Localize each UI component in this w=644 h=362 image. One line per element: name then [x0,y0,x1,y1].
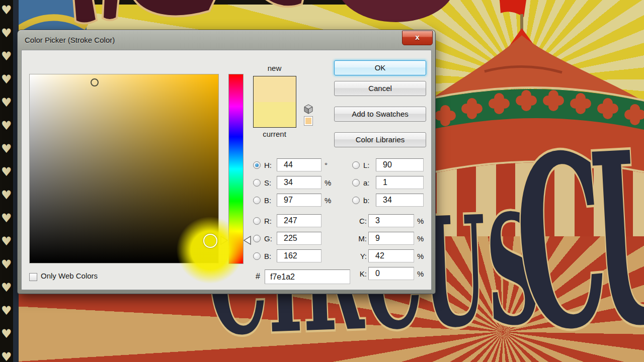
lab-b-row: b: [352,194,424,207]
new-color-label: new [253,64,296,72]
green-input[interactable] [277,232,321,245]
green-radio[interactable] [253,235,261,242]
ok-button[interactable]: OK [334,60,426,75]
only-web-colors-label: Only Web Colors [41,272,98,280]
red-row: R: [253,214,321,227]
dialog-content: new current OK Cancel Add to Swatches Co… [21,50,432,290]
black-unit: % [417,269,424,278]
gamut-warning-cube-icon[interactable] [303,104,313,114]
screen: CIRCUS C U ♥♥♥♥♥♥♥♥♥♥♥♥♥♥♥♥ Color Picker… [0,0,644,362]
svg-text:♥: ♥ [1,165,12,179]
lab-a-radio[interactable] [352,179,360,187]
color-libraries-button[interactable]: Color Libraries [334,132,426,147]
blue-label: B: [264,252,275,260]
saturation-input[interactable] [277,176,321,189]
svg-text:♥: ♥ [1,3,12,17]
hue-unit: ° [325,161,328,169]
cyan-unit: % [417,217,424,225]
dialog-title: Color Picker (Stroke Color) [25,36,115,44]
lab-a-label: a: [363,178,374,187]
close-button[interactable]: x [402,31,433,45]
yellow-row: Y: % [356,249,424,262]
color-compare-swatch [253,76,296,128]
black-input[interactable] [368,267,414,280]
black-row: K: % [356,267,424,280]
magenta-label: M: [356,234,367,243]
saturation-unit: % [325,178,331,187]
color-field-marker[interactable] [91,78,99,86]
cancel-button[interactable]: Cancel [334,81,426,96]
lab-b-input[interactable] [376,194,424,207]
green-label: G: [264,234,275,243]
yellow-unit: % [417,252,424,260]
magenta-unit: % [417,234,424,243]
hue-radio[interactable] [253,161,261,169]
add-to-swatches-button[interactable]: Add to Swatches [334,107,426,122]
black-label: K: [356,269,367,278]
svg-text:♥: ♥ [1,26,12,40]
brightness-label: B: [264,196,275,205]
saturation-label: S: [264,178,275,187]
cyan-row: C: % [356,214,424,227]
hue-row: H: ° [253,158,328,171]
magenta-row: M: % [356,232,424,245]
svg-text:♥: ♥ [1,142,12,156]
brightness-unit: % [325,196,331,205]
lab-a-input[interactable] [376,176,424,189]
svg-text:♥: ♥ [1,72,12,86]
brightness-input[interactable] [277,194,321,207]
svg-text:♥: ♥ [1,49,12,63]
blue-input[interactable] [277,249,321,262]
hue-arrow-right[interactable] [244,236,251,244]
only-web-colors-checkbox[interactable] [29,273,37,281]
lab-a-row: a: [352,176,424,189]
lab-l-label: L: [363,161,374,169]
saturation-brightness-field[interactable] [29,74,219,263]
current-color-swatch[interactable] [254,102,296,128]
lab-l-input[interactable] [376,158,424,171]
dialog-titlebar[interactable]: Color Picker (Stroke Color) x [18,30,435,50]
hue-input[interactable] [277,158,321,171]
yellow-label: Y: [356,252,367,260]
hex-hash-symbol: # [256,272,260,281]
svg-text:♥: ♥ [1,211,12,225]
brightness-radio[interactable] [253,197,261,204]
svg-text:♥: ♥ [1,119,12,133]
blue-row: B: [253,249,321,262]
svg-text:♥: ♥ [1,257,12,272]
svg-text:♥: ♥ [1,350,12,362]
yellow-input[interactable] [368,249,414,262]
hue-slider-arrows[interactable] [219,236,252,246]
lab-b-radio[interactable] [352,197,360,204]
svg-text:♥: ♥ [1,234,12,248]
svg-text:♥: ♥ [1,281,12,295]
hue-arrow-left[interactable] [221,236,227,244]
lab-l-radio[interactable] [352,161,360,169]
cyan-input[interactable] [368,214,414,227]
magenta-input[interactable] [368,232,414,245]
red-input[interactable] [277,214,321,227]
green-row: G: [253,232,321,245]
svg-text:♥: ♥ [1,188,12,202]
lab-b-label: b: [363,196,374,205]
svg-text:♥: ♥ [1,327,12,341]
hex-input[interactable] [265,269,350,284]
current-color-label: current [253,130,296,138]
svg-text:♥: ♥ [1,96,12,110]
red-label: R: [264,217,275,225]
close-icon: x [403,33,432,41]
saturation-row: S: % [253,176,331,189]
svg-text:♥: ♥ [1,304,12,318]
brightness-row: B: % [253,194,331,207]
gamut-color-swatch[interactable] [304,116,313,126]
saturation-radio[interactable] [253,179,261,187]
hue-label: H: [264,161,275,169]
cyan-label: C: [356,217,367,225]
red-radio[interactable] [253,217,261,225]
new-color-swatch [254,76,296,102]
lab-l-row: L: [352,158,424,171]
blue-radio[interactable] [253,252,261,260]
color-picker-dialog: Color Picker (Stroke Color) x new curren… [18,30,435,294]
